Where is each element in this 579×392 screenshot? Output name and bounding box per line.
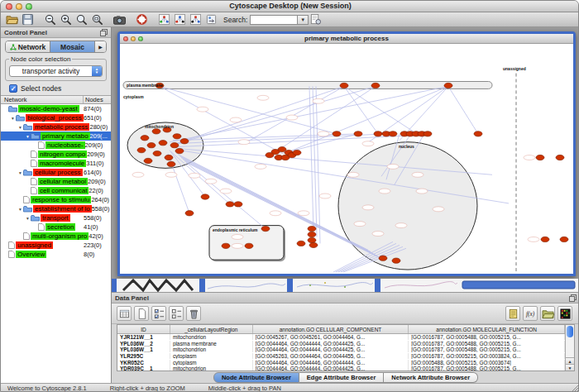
snapshot-icon[interactable] [112, 13, 127, 26]
network-node[interactable] [185, 211, 194, 216]
network-node[interactable] [266, 152, 274, 157]
network-node[interactable] [389, 131, 397, 136]
float-panel-icon[interactable] [100, 25, 108, 40]
table-vertical-scrollbar[interactable]: ▲ ▼ [565, 325, 574, 370]
expand-arrow-icon[interactable]: ▾ [17, 207, 23, 212]
net-zoom-button[interactable] [138, 36, 143, 41]
tree-row[interactable]: cellular metabol209(0) [1, 177, 111, 186]
tree-row[interactable]: response to stimulu264(0) [1, 195, 111, 204]
node-label-chip[interactable] [412, 172, 423, 177]
node-label-chip[interactable] [270, 211, 281, 216]
network-canvas[interactable]: plasma membranecytoplasmmitochondrionnuc… [120, 44, 573, 274]
network-node[interactable] [556, 155, 564, 160]
node-label-chip[interactable] [230, 117, 242, 122]
tab-node-attribute-browser[interactable]: Node Attribute Browser [213, 372, 299, 383]
node-label-chip[interactable] [318, 131, 329, 136]
node-label-chip[interactable] [528, 237, 539, 241]
node-label-chip[interactable] [189, 173, 200, 178]
network-node[interactable] [222, 243, 230, 248]
node-label-chip[interactable] [362, 141, 374, 146]
zoom-out-icon[interactable] [43, 13, 57, 26]
network-node[interactable] [536, 155, 544, 160]
network-node[interactable] [541, 237, 549, 241]
save-icon[interactable] [21, 13, 35, 26]
tab-network[interactable]: Network [6, 41, 50, 52]
network-node[interactable] [333, 131, 341, 136]
node-label-chip[interactable] [395, 223, 407, 228]
node-label-chip[interactable] [220, 189, 232, 194]
tree-row[interactable]: nitrogen compo209(0) [1, 150, 111, 159]
network-node[interactable] [165, 155, 173, 160]
node-label-chip[interactable] [238, 140, 250, 145]
delete-attribute-icon[interactable] [186, 306, 201, 321]
node-label-chip[interactable] [524, 155, 535, 160]
network-overview-icon[interactable] [157, 13, 171, 26]
network-node[interactable] [374, 131, 382, 136]
select-nodes-checkbox[interactable]: ✓ [9, 84, 17, 93]
tree-row[interactable]: Overview8(0) [1, 250, 111, 259]
titlebar[interactable]: Cytoscape Desktop (New Session) [1, 1, 579, 12]
node-label-chip[interactable] [257, 95, 269, 100]
node-label-chip[interactable] [205, 179, 217, 184]
node-label-chip[interactable] [298, 211, 309, 216]
network-node[interactable] [423, 131, 432, 136]
network-node[interactable] [340, 83, 348, 88]
node-label-chip[interactable] [286, 115, 298, 120]
network-node[interactable] [153, 151, 161, 155]
network-node[interactable] [474, 131, 482, 136]
network-node[interactable] [234, 202, 242, 207]
help-ring-icon[interactable] [135, 13, 149, 26]
minimized-windows-strip[interactable] [112, 279, 579, 292]
node-label-chip[interactable] [319, 194, 331, 198]
net-close-button[interactable] [123, 36, 128, 41]
network-node[interactable] [308, 226, 316, 231]
tab-overflow-arrow[interactable]: ▶ [95, 41, 106, 52]
net-minimize-button[interactable] [131, 36, 136, 41]
network-node[interactable] [170, 143, 179, 148]
tree-row[interactable]: ▾transport558(0) [1, 213, 111, 222]
network-node[interactable] [226, 202, 234, 207]
tree-row[interactable]: mosaic-demo-yeast874(0) [1, 104, 111, 113]
table-row[interactable]: YJR121W__1mitochondrion[GO:0045267, GO:0… [117, 334, 565, 341]
table-row[interactable]: YPL036W__2plasma membrane[GO:0044464, GO… [117, 341, 565, 347]
network-node[interactable] [309, 242, 318, 247]
tree-row[interactable]: unassigned223(0) [1, 241, 111, 250]
network-node[interactable] [180, 139, 189, 144]
import-attributes-icon[interactable] [540, 306, 555, 321]
network-node[interactable] [392, 258, 400, 263]
select-attributes-icon[interactable] [151, 306, 166, 321]
network-node[interactable] [293, 150, 301, 155]
expand-arrow-icon[interactable]: ▾ [25, 216, 31, 221]
node-label-chip[interactable] [379, 189, 390, 194]
node-label-chip[interactable] [232, 243, 243, 248]
network-node[interactable] [159, 141, 167, 146]
node-label-chip[interactable] [197, 107, 208, 112]
node-label-chip[interactable] [313, 98, 324, 103]
node-label-chip[interactable] [362, 205, 374, 210]
node-label-chip[interactable] [255, 164, 266, 169]
network-node[interactable] [141, 136, 149, 141]
network-node[interactable] [560, 237, 568, 241]
network-node[interactable] [354, 131, 362, 136]
network-node[interactable] [379, 256, 387, 261]
node-label-chip[interactable] [347, 172, 359, 177]
resize-grip[interactable] [572, 385, 579, 392]
select-first-neighbors-icon[interactable] [173, 13, 187, 26]
open-file-icon[interactable] [5, 13, 19, 26]
tree-row[interactable]: secretion41(0) [1, 222, 111, 232]
node-label-chip[interactable] [387, 164, 399, 169]
search-config-icon[interactable] [309, 13, 323, 26]
network-edge[interactable] [344, 86, 414, 131]
network-node[interactable] [297, 241, 305, 246]
table-row[interactable]: YPL036W__1mitochondrion[GO:0044464, GO:0… [117, 347, 565, 353]
tree-row[interactable]: ▾cellular process614(0) [1, 168, 111, 177]
node-label-chip[interactable] [416, 189, 428, 194]
network-edge[interactable] [448, 86, 478, 133]
network-node[interactable] [152, 129, 160, 134]
node-label-chip[interactable] [354, 222, 366, 227]
expand-arrow-icon[interactable]: ▾ [25, 134, 31, 139]
search-input[interactable] [250, 15, 298, 25]
unselect-attributes-icon[interactable] [169, 306, 184, 321]
node-label-chip[interactable] [232, 235, 243, 240]
zoom-selected-icon[interactable] [74, 13, 89, 26]
